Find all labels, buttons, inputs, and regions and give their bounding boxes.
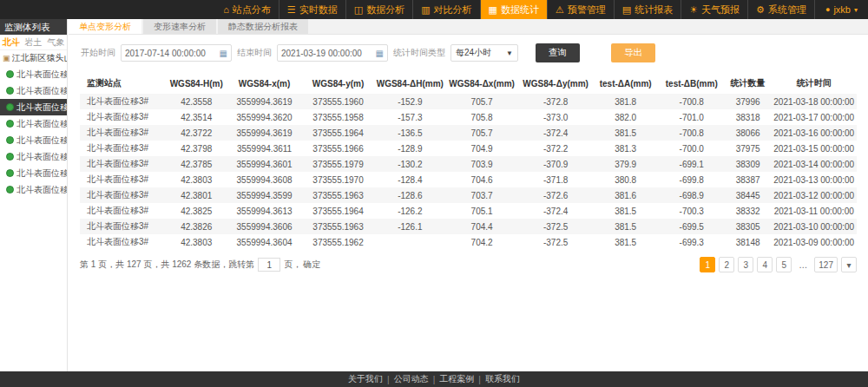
sidebar-tab[interactable]: 岩土 xyxy=(23,35,45,49)
table-cell: 3559994.3599 xyxy=(227,187,301,203)
pagination-pages: 12345…127▾ xyxy=(700,257,857,272)
analysis-tab[interactable]: 变形速率分析 xyxy=(143,19,216,34)
nav-item[interactable]: ⚙ 系统管理 xyxy=(747,0,814,19)
analysis-tab[interactable]: 静态数据分析报表 xyxy=(218,19,308,34)
site-icon: ▣ xyxy=(3,54,10,62)
page-button[interactable]: … xyxy=(795,257,811,272)
sidebar-item[interactable]: 北斗表面位移2# xyxy=(0,82,67,99)
table-row[interactable]: 北斗表面位移3#42.38253559994.3613373555.1964-1… xyxy=(80,203,857,219)
table-cell: 2021-03-17 00:00:00 xyxy=(771,109,857,125)
start-time-input[interactable]: 2017-07-14 00:00:00 ▦ xyxy=(121,44,232,62)
sidebar-item[interactable]: 北斗表面位移7# xyxy=(0,165,67,181)
table-cell: 42.3803 xyxy=(165,234,227,250)
nav-item[interactable]: ▥ 对比分析 xyxy=(412,0,479,19)
station-cell: 北斗表面位移3# xyxy=(80,94,165,109)
sidebar-item[interactable]: 北斗表面位移3# xyxy=(0,99,67,115)
page-button[interactable]: 3 xyxy=(738,257,753,272)
end-time-label: 结束时间 xyxy=(237,47,272,59)
table-cell: 2021-03-15 00:00:00 xyxy=(771,141,857,156)
table-cell: 42.3801 xyxy=(165,187,227,203)
page-button[interactable]: 5 xyxy=(776,257,792,272)
filter-bar: 开始时间 2017-07-14 00:00:00 ▦ 结束时间 2021-03-… xyxy=(81,43,868,62)
table-cell: 3559994.3601 xyxy=(227,156,301,172)
nav-item[interactable]: ☰ 实时数据 xyxy=(279,0,345,19)
user-menu[interactable]: ● jxkb ▾ xyxy=(814,0,868,19)
sidebar-title: 监测体列表 xyxy=(0,19,67,35)
nav-item[interactable]: ⌂ 站点分布 xyxy=(215,0,279,19)
table-cell: -370.9 xyxy=(519,156,593,172)
sidebar-item[interactable]: 北斗表面位移6# xyxy=(0,148,67,165)
table-cell: -700.8 xyxy=(659,125,725,141)
nav-item[interactable]: ⚠ 预警管理 xyxy=(547,0,614,19)
sidebar-item[interactable]: 北斗表面位移4# xyxy=(0,115,67,132)
page-jump-input[interactable] xyxy=(258,258,280,272)
table-row[interactable]: 北斗表面位移3#42.37983559994.3611373555.1966-1… xyxy=(80,141,857,156)
footer-link[interactable]: 公司动态 xyxy=(394,373,429,385)
column-header: WGS84-Δy(mm) xyxy=(519,73,593,94)
station-cell: 北斗表面位移3# xyxy=(80,141,165,156)
interval-select[interactable]: 每24小时 ▼ xyxy=(450,44,518,62)
sidebar-item-list: 北斗表面位移1# 北斗表面位移2# 北斗表面位移3# 北斗表面位移4# 北斗表面… xyxy=(0,66,67,198)
sidebar-item[interactable]: 北斗表面位移8# xyxy=(0,181,67,198)
page-button[interactable]: ▾ xyxy=(841,257,857,272)
table-cell: 373555.1964 xyxy=(301,125,375,141)
station-cell: 北斗表面位移3# xyxy=(80,219,165,234)
table-row[interactable]: 北斗表面位移3#42.38033559994.3608373555.1970-1… xyxy=(80,172,857,187)
table-cell: -372.5 xyxy=(519,219,593,234)
sidebar-tab[interactable]: 北斗 xyxy=(0,35,23,49)
station-cell: 北斗表面位移3# xyxy=(80,125,165,141)
nav-item[interactable]: ◫ 数据分析 xyxy=(345,0,412,19)
table-row[interactable]: 北斗表面位移3#42.38263559994.3606373555.1963-1… xyxy=(80,219,857,234)
table-cell xyxy=(375,234,445,250)
table-row[interactable]: 北斗表面位移3#42.37223559994.3619373555.1964-1… xyxy=(80,125,857,141)
table-row[interactable]: 北斗表面位移3#42.35143559994.3620373555.1958-1… xyxy=(80,109,857,125)
start-time-label: 开始时间 xyxy=(81,47,115,59)
footer-link[interactable]: 关于我们 xyxy=(348,373,383,385)
table-cell: 2021-03-10 00:00:00 xyxy=(771,219,857,234)
table-cell: 704.4 xyxy=(445,219,519,234)
table-cell: 381.8 xyxy=(593,94,659,109)
sidebar-item[interactable]: 北斗表面位移1# xyxy=(0,66,67,82)
page-button[interactable]: 2 xyxy=(719,257,734,272)
table-cell: 42.3803 xyxy=(165,172,227,187)
footer-link[interactable]: 联系我们 xyxy=(485,373,520,385)
nav-item[interactable]: ☀ 天气预报 xyxy=(681,0,747,19)
table-cell: 3559994.3619 xyxy=(227,94,301,109)
end-time-input[interactable]: 2021-03-19 00:00:00 ▦ xyxy=(277,44,388,62)
table-cell: 38305 xyxy=(725,219,772,234)
table-cell: 380.8 xyxy=(593,172,659,187)
status-dot-icon xyxy=(6,169,14,177)
sidebar: 监测体列表 北斗岩土气象 ▣ 江北新区猿头山... 北斗表面位移1# 北斗表面位… xyxy=(0,19,68,371)
table-cell: 2021-03-09 00:00:00 xyxy=(771,234,857,250)
column-header: WGS84-H(m) xyxy=(165,73,227,94)
chevron-down-icon: ▼ xyxy=(506,49,513,57)
analysis-tab[interactable]: 单点变形分析 xyxy=(69,19,141,34)
nav-item-label: 数据分析 xyxy=(366,3,404,16)
pagination-text: 第 1 页，共 127 页，共 1262 条数据，跳转第 xyxy=(80,259,254,271)
footer-link[interactable]: 工程案例 xyxy=(439,373,474,385)
table-row[interactable]: 北斗表面位移3#42.38033559994.3604373555.196270… xyxy=(80,234,857,250)
table-row[interactable]: 北斗表面位移3#42.37853559994.3601373555.1979-1… xyxy=(80,156,857,172)
realtime-data-icon: ☰ xyxy=(287,5,296,15)
table-cell: -372.6 xyxy=(519,187,593,203)
sidebar-item-label: 北斗表面位移2# xyxy=(16,85,67,97)
table-cell: 381.5 xyxy=(593,219,659,234)
table-cell: -700.8 xyxy=(659,94,725,109)
nav-item[interactable]: ▤ 统计报表 xyxy=(614,0,681,19)
page-jump-confirm[interactable]: 确定 xyxy=(303,259,320,271)
page-button[interactable]: 1 xyxy=(700,257,715,272)
nav-item[interactable]: ▦ 数据统计 xyxy=(480,0,547,19)
page-button[interactable]: 4 xyxy=(757,257,773,272)
table-row[interactable]: 北斗表面位移3#42.38013559994.3599373555.1963-1… xyxy=(80,187,857,203)
sidebar-item[interactable]: 北斗表面位移5# xyxy=(0,132,67,148)
query-button[interactable]: 查询 xyxy=(536,43,580,62)
calendar-icon[interactable]: ▦ xyxy=(376,49,384,58)
table-row[interactable]: 北斗表面位移3#42.35583559994.3619373555.1960-1… xyxy=(80,94,857,109)
calendar-icon[interactable]: ▦ xyxy=(220,49,227,58)
sidebar-tab[interactable]: 气象 xyxy=(44,35,67,49)
table-cell: 38066 xyxy=(725,125,772,141)
sidebar-group[interactable]: ▣ 江北新区猿头山... xyxy=(0,50,67,66)
export-button[interactable]: 导出 xyxy=(611,43,655,62)
page-button[interactable]: 127 xyxy=(814,257,838,272)
column-header: WGS84-Δx(mm) xyxy=(445,73,519,94)
